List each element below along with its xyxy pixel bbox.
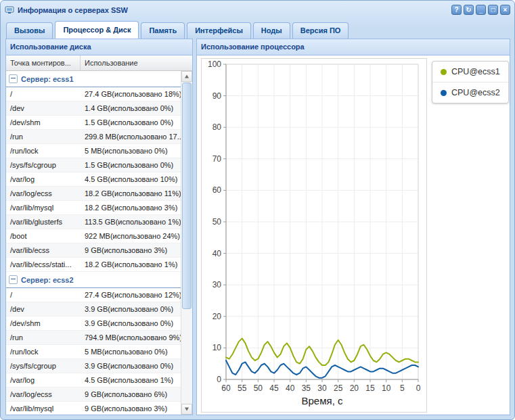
usage-cell: 27.4 GB(использовано 12%) [81, 288, 181, 302]
table-row[interactable]: /var/log/ecss9 GB(использовано 6%) [6, 388, 181, 402]
y-tick-label: 0 [217, 375, 221, 384]
cpu-panel-header: Использование процессора [197, 39, 510, 55]
mount-point-cell: /var/log [6, 373, 81, 387]
legend-item[interactable]: CPU@ecss2 [432, 82, 508, 103]
title-bar[interactable]: Информация о серверах SSW ?↻_□× [5, 3, 510, 16]
usage-cell: 27.4 GB(использовано 18%) [81, 87, 181, 101]
group-header[interactable]: Сервер: ecss2 [6, 272, 181, 288]
x-tick-label: 55 [238, 383, 247, 393]
table-row[interactable]: /var/lib/mysql9 GB(использовано 3%) [6, 402, 181, 415]
cpu-usage-chart: 0102030405060708090100605550454035302520… [202, 59, 425, 411]
table-row[interactable]: /var/lib/mysql18.2 GB(использовано 3%) [6, 201, 181, 215]
tab-calls[interactable]: Вызовы [6, 22, 53, 39]
tab-sw-version[interactable]: Версия ПО [292, 22, 349, 39]
scroll-down-button[interactable] [181, 404, 192, 415]
refresh-icon: ↻ [466, 6, 471, 14]
chart-area: 0102030405060708090100605550454035302520… [197, 55, 510, 415]
tab-nodes[interactable]: Ноды [253, 22, 290, 39]
mount-point-cell: /sys/fs/cgroup [6, 359, 81, 373]
mount-point-cell: /sys/fs/cgroup [6, 158, 81, 172]
close-icon: × [503, 6, 508, 14]
usage-cell: 5 MB(использовано 0%) [81, 345, 181, 358]
tab-memory[interactable]: Память [141, 22, 185, 39]
mount-point-cell: /run/lock [6, 144, 81, 158]
column-header-usage[interactable]: Использование [81, 55, 192, 70]
mount-point-cell: /var/log/ecss [6, 187, 81, 200]
scroll-up-button[interactable] [181, 71, 192, 82]
table-row[interactable]: /var/log4.5 GB(использовано 1%) [6, 373, 181, 388]
x-tick-label: 0 [416, 383, 421, 393]
table-row[interactable]: /var/lib/ecss/stati...18.2 GB(использова… [6, 258, 181, 272]
table-row[interactable]: /var/log/ecss18.2 GB(использовано 11%) [6, 187, 181, 201]
y-tick-label: 70 [212, 154, 222, 164]
table-row[interactable]: /boot922 MB(использовано 24%) [6, 229, 181, 243]
table-row[interactable]: /27.4 GB(использовано 18%) [6, 87, 181, 101]
y-tick-label: 40 [212, 249, 222, 258]
table-row[interactable]: /run/lock5 MB(использовано 0%) [6, 144, 181, 158]
close-button[interactable]: × [500, 5, 510, 15]
table-row[interactable]: /dev/shm1.5 GB(использовано 0%) [6, 116, 181, 130]
column-header-mount-point[interactable]: Точка монтиров... [6, 55, 81, 70]
usage-cell: 1.4 GB(использовано 0%) [81, 101, 181, 115]
x-axis-title: Время, с [302, 395, 343, 406]
maximize-button[interactable]: □ [488, 5, 498, 15]
mount-point-cell: /var/lib/mysql [6, 201, 81, 214]
x-tick-label: 30 [317, 383, 327, 393]
mount-point-cell: /var/lib/glusterfs [6, 215, 81, 229]
table-row[interactable]: /sys/fs/cgroup1.5 GB(использовано 0%) [6, 158, 181, 172]
group-label: Сервер: ecss2 [21, 276, 74, 284]
disk-table-body: Сервер: ecss1/27.4 GB(использовано 18%)/… [6, 71, 181, 415]
mount-point-cell: /var/lib/ecss [6, 243, 81, 257]
x-tick-label: 60 [221, 383, 231, 393]
table-row[interactable]: /27.4 GB(использовано 12%) [6, 288, 181, 302]
table-row[interactable]: /sys/fs/cgroup3.9 GB(использовано 0%) [6, 359, 181, 373]
disk-panel-header: Использование диска [6, 39, 192, 55]
usage-cell: 3.9 GB(использовано 0%) [81, 317, 181, 330]
window-controls: ?↻_□× [451, 5, 510, 15]
mount-point-cell: /dev [6, 302, 81, 316]
minimize-button[interactable]: _ [476, 5, 486, 15]
table-row[interactable]: /dev/shm3.9 GB(использовано 0%) [6, 317, 181, 331]
group-header[interactable]: Сервер: ecss1 [6, 71, 181, 87]
collapse-icon[interactable] [9, 275, 18, 284]
disk-usage-panel: Использование диска Точка монтиров... Ис… [5, 39, 193, 415]
refresh-button[interactable]: ↻ [464, 5, 474, 15]
chart-box: 0102030405060708090100605550454035302520… [201, 58, 427, 413]
usage-cell: 9 GB(использовано 6%) [81, 388, 181, 401]
legend-item[interactable]: CPU@ecss1 [432, 62, 508, 82]
mount-point-cell: /dev [6, 101, 81, 115]
y-tick-label: 10 [212, 343, 222, 352]
y-tick-label: 80 [212, 122, 222, 132]
tab-interfaces[interactable]: Интерфейсы [187, 22, 251, 39]
mount-point-cell: / [6, 87, 81, 101]
help-button[interactable]: ? [451, 5, 462, 15]
table-row[interactable]: /var/lib/glusterfs113.5 GB(использовано … [6, 215, 181, 229]
window-title: Информация о серверах SSW [18, 6, 128, 14]
y-tick-label: 20 [212, 312, 222, 321]
table-row[interactable]: /run794.9 MB(использовано 9%) [6, 331, 181, 345]
vertical-scrollbar[interactable] [181, 71, 192, 415]
mount-point-cell: /var/log/ecss [6, 388, 81, 401]
table-row[interactable]: /dev1.4 GB(использовано 0%) [6, 101, 181, 116]
mount-point-cell: /run [6, 130, 81, 143]
chart-legend: CPU@ecss1CPU@ecss2 [432, 61, 509, 103]
table-row[interactable]: /var/log4.5 GB(использовано 10%) [6, 172, 181, 187]
mount-point-cell: /run/lock [6, 345, 81, 358]
collapse-icon[interactable] [9, 74, 18, 83]
table-row[interactable]: /run299.8 MB(использовано 17... [6, 130, 181, 144]
tab-cpu-disk[interactable]: Процессор & Диск [55, 21, 139, 39]
scrollbar-thumb[interactable] [182, 83, 192, 309]
table-row[interactable]: /var/lib/ecss9 GB(использовано 3%) [6, 243, 181, 258]
table-row[interactable]: /dev3.9 GB(использовано 0%) [6, 302, 181, 317]
legend-item-label: CPU@ecss2 [451, 88, 500, 97]
group-label: Сервер: ecss1 [21, 75, 74, 83]
up-arrow-icon [185, 75, 189, 78]
legend-item-label: CPU@ecss1 [451, 67, 500, 76]
legend-marker-icon [441, 69, 447, 75]
usage-cell: 299.8 MB(использовано 17... [81, 130, 181, 143]
usage-cell: 113.5 GB(использовано 1%) [81, 215, 181, 229]
mount-point-cell: /dev/shm [6, 116, 81, 129]
table-row[interactable]: /run/lock5 MB(использовано 0%) [6, 345, 181, 359]
window-icon [5, 5, 14, 15]
x-tick-label: 35 [302, 383, 311, 393]
